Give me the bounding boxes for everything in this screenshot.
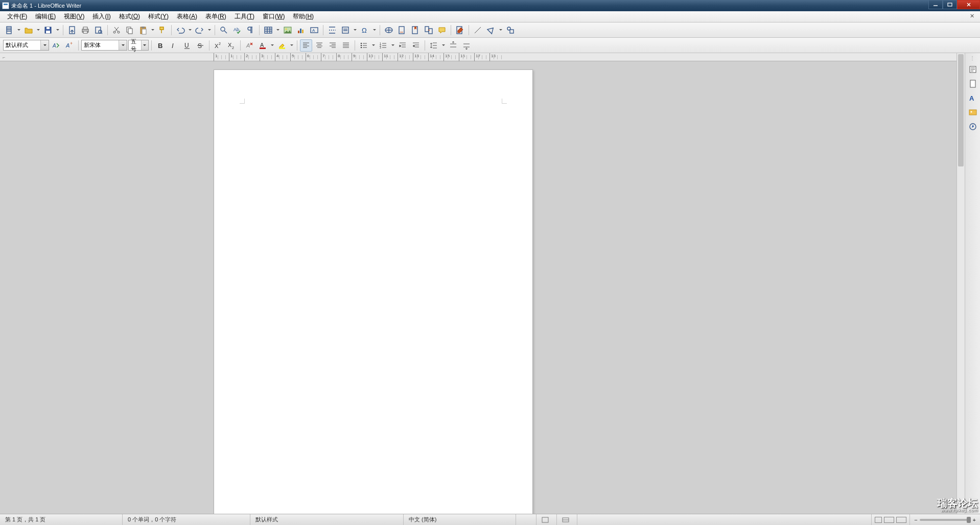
- insert-image-button[interactable]: [282, 24, 294, 36]
- insert-textbox-button[interactable]: A: [308, 24, 320, 36]
- document-page[interactable]: [214, 69, 533, 514]
- italic-button[interactable]: I: [168, 39, 180, 52]
- export-pdf-button[interactable]: [66, 24, 78, 36]
- insert-special-char-button[interactable]: Ω: [359, 24, 371, 36]
- menu-format[interactable]: 格式(O): [115, 11, 144, 22]
- menu-help[interactable]: 帮助(H): [289, 11, 318, 22]
- open-dropdown[interactable]: [36, 24, 41, 36]
- basic-shapes-button[interactable]: [485, 24, 497, 36]
- status-language[interactable]: 中文 (简体): [404, 514, 516, 525]
- menu-view[interactable]: 视图(V): [60, 11, 88, 22]
- align-left-button[interactable]: [300, 39, 312, 52]
- increase-indent-button[interactable]: [396, 39, 409, 52]
- spellcheck-button[interactable]: Ab: [231, 24, 243, 36]
- bullet-list-dropdown[interactable]: [371, 39, 376, 52]
- save-dropdown[interactable]: [55, 24, 60, 36]
- horizontal-ruler[interactable]: ⌐ 1123456789101112131415161718: [0, 53, 956, 61]
- print-preview-button[interactable]: [92, 24, 105, 36]
- status-insert-mode[interactable]: [516, 514, 536, 525]
- bullet-list-button[interactable]: [358, 39, 370, 52]
- open-button[interactable]: [22, 24, 35, 36]
- update-style-button[interactable]: A: [50, 39, 62, 52]
- undo-button[interactable]: [174, 24, 186, 36]
- menu-file[interactable]: 文件(F): [3, 11, 31, 22]
- status-page[interactable]: 第 1 页，共 1 页: [0, 514, 123, 525]
- dropdown-arrow-icon[interactable]: [119, 40, 127, 50]
- menu-form[interactable]: 表单(R): [201, 11, 230, 22]
- show-draw-functions-button[interactable]: [504, 24, 517, 36]
- decrease-para-spacing-button[interactable]: [460, 39, 473, 52]
- redo-button[interactable]: [194, 24, 206, 36]
- insert-field-button[interactable]: [339, 24, 352, 36]
- number-list-button[interactable]: 123: [377, 39, 389, 52]
- scrollbar-thumb[interactable]: [958, 54, 964, 166]
- new-style-button[interactable]: A+: [63, 39, 76, 52]
- status-word-count[interactable]: 0 个单词，0 个字符: [123, 514, 250, 525]
- close-button[interactable]: [957, 0, 980, 9]
- insert-field-dropdown[interactable]: [353, 24, 358, 36]
- minimize-button[interactable]: [928, 0, 943, 9]
- font-size-combo[interactable]: 五号: [128, 40, 149, 51]
- subscript-button[interactable]: X2: [225, 39, 238, 52]
- insert-table-button[interactable]: [262, 24, 274, 36]
- sidebar-gallery-button[interactable]: [967, 107, 978, 118]
- insert-bookmark-button[interactable]: [409, 24, 422, 36]
- new-document-dropdown[interactable]: [16, 24, 21, 36]
- strikethrough-button[interactable]: S: [194, 39, 206, 52]
- highlight-button[interactable]: [276, 39, 288, 52]
- clear-formatting-button[interactable]: A: [243, 39, 255, 52]
- decrease-indent-button[interactable]: [410, 39, 422, 52]
- dropdown-arrow-icon[interactable]: [40, 40, 49, 50]
- sidebar-page-button[interactable]: [967, 78, 978, 89]
- highlight-dropdown[interactable]: [289, 39, 294, 52]
- zoom-slider[interactable]: [920, 519, 971, 521]
- bold-button[interactable]: B: [154, 39, 167, 52]
- multi-page-icon[interactable]: [884, 517, 894, 523]
- font-name-combo[interactable]: 新宋体: [81, 40, 127, 51]
- maximize-button[interactable]: [943, 0, 957, 9]
- sidebar-grip-icon[interactable]: ⋮: [970, 55, 976, 61]
- insert-special-char-dropdown[interactable]: [372, 24, 377, 36]
- formatting-marks-button[interactable]: [244, 24, 256, 36]
- menu-window[interactable]: 窗口(W): [259, 11, 289, 22]
- copy-button[interactable]: [124, 24, 136, 36]
- insert-hyperlink-button[interactable]: [383, 24, 395, 36]
- line-spacing-dropdown[interactable]: [441, 39, 446, 52]
- cut-button[interactable]: [110, 24, 123, 36]
- menu-table[interactable]: 表格(A): [173, 11, 201, 22]
- superscript-button[interactable]: X2: [212, 39, 224, 52]
- clone-formatting-button[interactable]: [156, 24, 169, 36]
- insert-chart-button[interactable]: [295, 24, 307, 36]
- save-button[interactable]: [42, 24, 54, 36]
- insert-line-button[interactable]: [472, 24, 484, 36]
- zoom-in-icon[interactable]: +: [973, 517, 976, 523]
- font-color-button[interactable]: A: [256, 39, 269, 52]
- sidebar-styles-button[interactable]: A: [967, 92, 978, 104]
- sidebar-navigator-button[interactable]: [967, 121, 978, 132]
- insert-cross-ref-button[interactable]: [423, 24, 435, 36]
- close-document-button[interactable]: ✕: [970, 13, 977, 20]
- paste-dropdown[interactable]: [150, 24, 155, 36]
- book-view-icon[interactable]: [896, 517, 906, 523]
- track-changes-button[interactable]: [454, 24, 466, 36]
- zoom-slider-thumb[interactable]: [967, 517, 971, 523]
- dropdown-arrow-icon[interactable]: [141, 40, 148, 50]
- align-center-button[interactable]: [313, 39, 325, 52]
- find-replace-button[interactable]: [218, 24, 230, 36]
- insert-comment-button[interactable]: [436, 24, 448, 36]
- align-justify-button[interactable]: [340, 39, 352, 52]
- underline-button[interactable]: U: [181, 39, 193, 52]
- insert-table-dropdown[interactable]: [275, 24, 281, 36]
- basic-shapes-dropdown[interactable]: [498, 24, 503, 36]
- status-zoom[interactable]: − +: [910, 517, 980, 523]
- status-view-mode[interactable]: [872, 514, 910, 525]
- single-page-icon[interactable]: [875, 517, 882, 523]
- sidebar-properties-button[interactable]: [967, 64, 978, 75]
- paragraph-style-combo[interactable]: 默认样式: [3, 40, 49, 51]
- vertical-scrollbar[interactable]: [956, 53, 965, 514]
- status-signature[interactable]: [557, 514, 577, 525]
- status-page-style[interactable]: 默认样式: [250, 514, 404, 525]
- align-right-button[interactable]: [326, 39, 339, 52]
- redo-dropdown[interactable]: [207, 24, 212, 36]
- menu-edit[interactable]: 编辑(E): [31, 11, 60, 22]
